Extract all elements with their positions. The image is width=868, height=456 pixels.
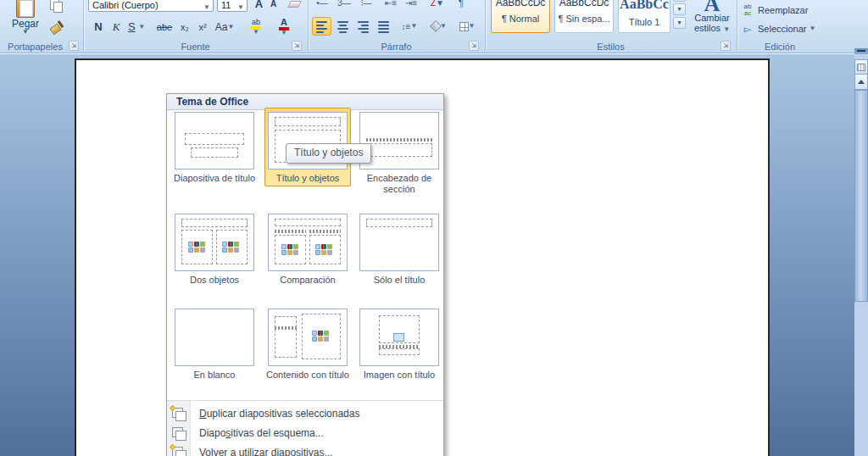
ruler-toggle-button[interactable]: [854, 59, 868, 75]
justify-icon: [378, 19, 389, 33]
duplicate-slides-item[interactable]: Duplicar diapositivas seleccionadas: [167, 403, 443, 423]
sort-arrow-icon: ▼: [436, 0, 444, 8]
change-styles-label-2: estilos ▼: [694, 23, 730, 33]
change-styles-button[interactable]: A Cambiar estilos ▼: [690, 0, 734, 37]
layout-label: Comparación: [266, 275, 349, 286]
layout-item-title-slide[interactable]: Diapositiva de título: [173, 112, 256, 184]
chevron-down-icon: ▼: [138, 25, 145, 30]
line-spacing-button[interactable]: ↕≡▼: [397, 17, 422, 36]
superscript-button[interactable]: x²: [194, 18, 211, 36]
eraser-icon: [287, 1, 302, 8]
font-color-button[interactable]: A ▼: [271, 18, 297, 36]
vertical-scrollbar[interactable]: [854, 54, 868, 456]
paste-button[interactable]: Pegar ▼: [7, 0, 44, 37]
bullets-button[interactable]: •—: [312, 0, 332, 10]
chevron-down-icon: ▼: [723, 25, 730, 33]
layout-item-title-only[interactable]: Sólo el título: [358, 214, 441, 286]
scrollbar-thumb[interactable]: [854, 90, 868, 302]
underline-button[interactable]: S ▼: [125, 18, 147, 36]
scroll-up-button[interactable]: [854, 75, 868, 90]
grow-font-button[interactable]: A: [252, 0, 266, 11]
show-marks-button[interactable]: ¶: [453, 0, 470, 10]
shrink-font-button[interactable]: A: [267, 0, 280, 11]
clipboard-dialog-launcher[interactable]: ⇲: [69, 41, 79, 51]
styles-more-button[interactable]: ▼: [673, 17, 686, 29]
strikethrough-button[interactable]: abe: [153, 18, 175, 36]
replace-label: Reemplazar: [758, 5, 808, 15]
align-left-button[interactable]: [312, 17, 331, 36]
style-label: Título 1: [619, 17, 670, 27]
style-card-normal[interactable]: AaBbCcDc ¶ Normal: [491, 0, 550, 33]
change-case-label: Aa: [215, 21, 228, 33]
change-styles-label-1: Cambiar: [694, 13, 730, 23]
outline-slides-item[interactable]: Diapositivas del esquema...: [167, 423, 443, 442]
group-font: Calibri (Cuerpo) ▼ 11 ▼ A A N K S ▼ abe …: [84, 0, 307, 53]
layout-thumbnail: [359, 214, 439, 271]
layout-item-two-objects[interactable]: Dos objetos: [173, 214, 256, 286]
italic-button[interactable]: K: [108, 18, 124, 36]
multilevel-list-icon: ⁝—: [360, 0, 371, 8]
font-size-combo[interactable]: 11 ▼: [217, 0, 248, 12]
borders-icon: [459, 22, 469, 31]
layout-label: En blanco: [173, 370, 256, 381]
style-card-no-spacing[interactable]: AaBbCcDc ¶ Sin espa...: [554, 0, 614, 33]
subscript-button[interactable]: x₂: [176, 18, 193, 36]
layout-thumbnail: [359, 112, 439, 170]
paragraph-dialog-launcher[interactable]: ⇲: [469, 41, 479, 51]
copy-button[interactable]: [47, 0, 64, 12]
content-icons: [312, 331, 331, 343]
clipboard-icon: [16, 0, 35, 18]
layout-label: Título y objetos: [265, 173, 350, 184]
shading-button[interactable]: ▼: [426, 17, 452, 36]
styles-scroll-up-button[interactable]: ▲: [673, 0, 686, 2]
change-case-button[interactable]: Aa▼: [213, 18, 236, 36]
layout-thumbnail: [268, 214, 348, 271]
layout-label: Encabezado de sección: [358, 173, 441, 195]
sort-button[interactable]: Z▼: [427, 0, 448, 10]
format-painter-button[interactable]: [47, 19, 64, 34]
layout-item-picture-with-caption[interactable]: Imagen con título: [358, 309, 441, 381]
borders-button[interactable]: ▼: [453, 17, 481, 36]
layout-item-content-with-caption[interactable]: Contenido con título: [266, 309, 349, 381]
layout-item-blank[interactable]: En blanco: [173, 309, 256, 381]
numbering-button[interactable]: 3—: [334, 0, 354, 10]
increase-indent-button[interactable]: ⇥≡: [402, 0, 420, 10]
styles-dialog-launcher[interactable]: ⇲: [721, 41, 731, 51]
style-card-heading1[interactable]: AaBbCc Título 1: [618, 0, 670, 33]
replace-icon: abac: [741, 3, 754, 17]
layout-label: Dos objetos: [173, 275, 256, 286]
align-center-button[interactable]: [333, 17, 352, 36]
font-name-combo[interactable]: Calibri (Cuerpo) ▼: [88, 0, 214, 12]
duplicate-slides-icon: [172, 408, 186, 420]
chevron-down-icon: ▼: [253, 30, 259, 35]
grow-font-label: A: [255, 0, 263, 10]
highlight-button[interactable]: ab ▼: [242, 18, 270, 36]
bold-button[interactable]: N: [90, 18, 107, 36]
outline-slides-icon: [172, 427, 186, 439]
clear-formatting-button[interactable]: [286, 0, 303, 11]
group-editing: abac Reemplazar ▻ Seleccionar ▼ Edición: [737, 0, 822, 53]
ribbon: Pegar ▼ Portapapeles ⇲ Calibri (Cuerpo) …: [0, 0, 868, 53]
chevron-down-icon: ▼: [203, 5, 210, 10]
multilevel-list-button[interactable]: ⁝—: [356, 0, 376, 10]
align-right-button[interactable]: [353, 17, 372, 36]
layout-thumbnail: [175, 309, 254, 366]
font-dialog-launcher[interactable]: ⇲: [292, 41, 302, 51]
gallery-menu: Duplicar diapositivas seleccionadas Diap…: [167, 400, 443, 456]
decrease-indent-button[interactable]: ⇤≡: [381, 0, 400, 10]
select-button[interactable]: ▻ Seleccionar ▼: [741, 21, 819, 36]
chevron-down-icon: ▼: [809, 26, 815, 31]
bold-label: N: [94, 20, 102, 33]
decrease-indent-icon: ⇤≡: [385, 0, 397, 8]
replace-button[interactable]: abac Reemplazar: [741, 3, 819, 18]
chevron-down-icon: ▼: [469, 24, 476, 29]
justify-button[interactable]: [374, 17, 392, 36]
reuse-slides-item[interactable]: Volver a utilizar diapositivas...: [167, 442, 443, 456]
picture-icon: [393, 333, 404, 342]
split-handle[interactable]: [854, 48, 868, 54]
layout-item-comparison[interactable]: Comparación: [266, 214, 349, 286]
content-icons: [222, 242, 241, 254]
italic-label: K: [113, 20, 120, 34]
styles-scroll-down-button[interactable]: ▼: [673, 3, 686, 15]
menu-item-label: Volver a utilizar diapositivas...: [199, 447, 332, 456]
